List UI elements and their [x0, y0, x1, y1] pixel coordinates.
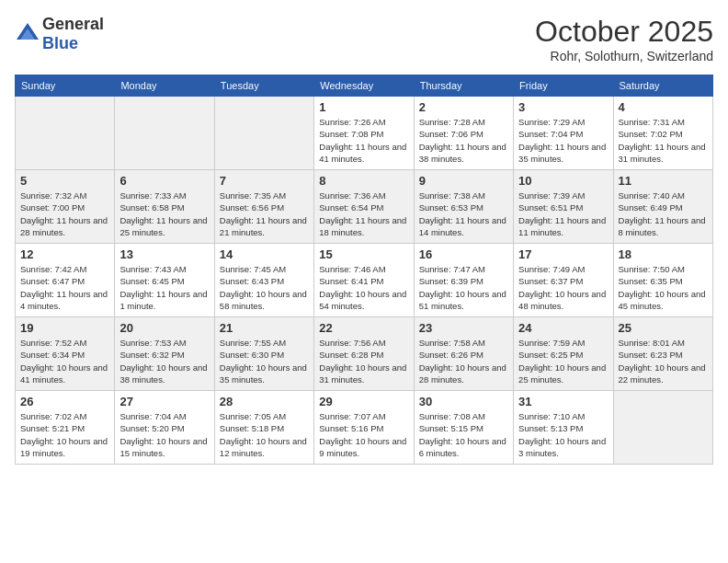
week-row-4: 19Sunrise: 7:52 AM Sunset: 6:34 PM Dayli… — [16, 317, 713, 391]
day-info: Sunrise: 7:42 AM Sunset: 6:47 PM Dayligh… — [20, 263, 109, 312]
week-row-1: 1Sunrise: 7:26 AM Sunset: 7:08 PM Daylig… — [16, 97, 713, 170]
location-text: Rohr, Solothurn, Switzerland — [535, 49, 713, 63]
day-number: 8 — [319, 174, 408, 188]
day-number: 28 — [220, 395, 309, 408]
day-number: 27 — [119, 395, 209, 408]
day-number: 4 — [619, 100, 708, 114]
calendar-cell: 29Sunrise: 7:07 AM Sunset: 5:16 PM Dayli… — [314, 391, 414, 465]
calendar-cell: 25Sunrise: 8:01 AM Sunset: 6:23 PM Dayli… — [613, 317, 712, 391]
title-block: October 2025 Rohr, Solothurn, Switzerlan… — [535, 15, 713, 63]
day-info: Sunrise: 7:55 AM Sunset: 6:30 PM Dayligh… — [220, 337, 309, 385]
day-header-sunday: Sunday — [16, 75, 115, 97]
day-number: 21 — [220, 321, 309, 335]
calendar-cell: 27Sunrise: 7:04 AM Sunset: 5:20 PM Dayli… — [115, 391, 214, 465]
day-info: Sunrise: 7:29 AM Sunset: 7:04 PM Dayligh… — [518, 116, 608, 165]
calendar-cell: 31Sunrise: 7:10 AM Sunset: 5:13 PM Dayli… — [514, 391, 613, 465]
calendar-cell: 18Sunrise: 7:50 AM Sunset: 6:35 PM Dayli… — [613, 244, 712, 317]
day-info: Sunrise: 7:36 AM Sunset: 6:54 PM Dayligh… — [319, 190, 408, 238]
calendar-cell: 26Sunrise: 7:02 AM Sunset: 5:21 PM Dayli… — [16, 391, 115, 465]
calendar-cell — [16, 97, 115, 170]
calendar-cell — [613, 391, 712, 465]
day-number: 13 — [119, 247, 209, 261]
calendar-cell: 30Sunrise: 7:08 AM Sunset: 5:15 PM Dayli… — [414, 391, 513, 465]
logo: General Blue — [15, 15, 104, 53]
day-info: Sunrise: 7:45 AM Sunset: 6:43 PM Dayligh… — [220, 263, 309, 312]
day-number: 7 — [220, 174, 309, 188]
calendar-cell: 12Sunrise: 7:42 AM Sunset: 6:47 PM Dayli… — [16, 244, 115, 317]
day-info: Sunrise: 7:53 AM Sunset: 6:32 PM Dayligh… — [119, 337, 209, 385]
day-number: 12 — [20, 247, 109, 261]
calendar-cell: 19Sunrise: 7:52 AM Sunset: 6:34 PM Dayli… — [16, 317, 115, 391]
day-info: Sunrise: 7:50 AM Sunset: 6:35 PM Dayligh… — [619, 263, 708, 312]
logo-general-text: General — [42, 15, 104, 33]
day-info: Sunrise: 7:08 AM Sunset: 5:15 PM Dayligh… — [419, 410, 508, 459]
day-info: Sunrise: 7:07 AM Sunset: 5:16 PM Dayligh… — [319, 410, 408, 459]
calendar-table: SundayMondayTuesdayWednesdayThursdayFrid… — [15, 75, 713, 465]
day-info: Sunrise: 7:10 AM Sunset: 5:13 PM Dayligh… — [518, 410, 608, 459]
day-info: Sunrise: 7:02 AM Sunset: 5:21 PM Dayligh… — [20, 410, 109, 459]
day-number: 5 — [20, 174, 109, 188]
calendar-cell: 9Sunrise: 7:38 AM Sunset: 6:53 PM Daylig… — [414, 170, 513, 244]
calendar-cell: 13Sunrise: 7:43 AM Sunset: 6:45 PM Dayli… — [115, 244, 214, 317]
day-number: 14 — [220, 247, 309, 261]
calendar-cell: 21Sunrise: 7:55 AM Sunset: 6:30 PM Dayli… — [214, 317, 313, 391]
day-info: Sunrise: 7:05 AM Sunset: 5:18 PM Dayligh… — [220, 410, 309, 459]
day-number: 25 — [619, 321, 708, 335]
day-info: Sunrise: 7:35 AM Sunset: 6:56 PM Dayligh… — [220, 190, 309, 238]
calendar-cell: 3Sunrise: 7:29 AM Sunset: 7:04 PM Daylig… — [514, 97, 613, 170]
day-number: 10 — [518, 174, 608, 188]
day-number: 22 — [319, 321, 408, 335]
day-info: Sunrise: 7:28 AM Sunset: 7:06 PM Dayligh… — [419, 116, 508, 165]
day-info: Sunrise: 7:26 AM Sunset: 7:08 PM Dayligh… — [319, 116, 408, 165]
day-info: Sunrise: 7:38 AM Sunset: 6:53 PM Dayligh… — [419, 190, 508, 238]
day-info: Sunrise: 7:40 AM Sunset: 6:49 PM Dayligh… — [619, 190, 708, 238]
day-number: 29 — [319, 395, 408, 408]
calendar-cell: 10Sunrise: 7:39 AM Sunset: 6:51 PM Dayli… — [514, 170, 613, 244]
day-info: Sunrise: 7:59 AM Sunset: 6:25 PM Dayligh… — [518, 337, 608, 385]
calendar-cell: 7Sunrise: 7:35 AM Sunset: 6:56 PM Daylig… — [214, 170, 313, 244]
calendar-cell — [115, 97, 214, 170]
calendar-cell: 14Sunrise: 7:45 AM Sunset: 6:43 PM Dayli… — [214, 244, 313, 317]
day-header-friday: Friday — [514, 75, 613, 97]
day-header-thursday: Thursday — [414, 75, 513, 97]
days-header-row: SundayMondayTuesdayWednesdayThursdayFrid… — [16, 75, 713, 97]
day-info: Sunrise: 7:31 AM Sunset: 7:02 PM Dayligh… — [619, 116, 708, 165]
day-number: 16 — [419, 247, 508, 261]
calendar-cell: 1Sunrise: 7:26 AM Sunset: 7:08 PM Daylig… — [314, 97, 414, 170]
calendar-cell: 20Sunrise: 7:53 AM Sunset: 6:32 PM Dayli… — [115, 317, 214, 391]
day-number: 15 — [319, 247, 408, 261]
calendar-cell: 8Sunrise: 7:36 AM Sunset: 6:54 PM Daylig… — [314, 170, 414, 244]
day-info: Sunrise: 7:04 AM Sunset: 5:20 PM Dayligh… — [119, 410, 209, 459]
day-header-saturday: Saturday — [613, 75, 712, 97]
logo-icon — [15, 21, 40, 47]
day-number: 26 — [20, 395, 109, 408]
logo-blue-text: Blue — [42, 34, 78, 52]
day-number: 18 — [619, 247, 708, 261]
day-info: Sunrise: 7:32 AM Sunset: 7:00 PM Dayligh… — [20, 190, 109, 238]
month-title: October 2025 — [535, 15, 713, 49]
day-number: 20 — [119, 321, 209, 335]
day-info: Sunrise: 7:46 AM Sunset: 6:41 PM Dayligh… — [319, 263, 408, 312]
day-info: Sunrise: 7:49 AM Sunset: 6:37 PM Dayligh… — [518, 263, 608, 312]
day-info: Sunrise: 7:39 AM Sunset: 6:51 PM Dayligh… — [518, 190, 608, 238]
day-number: 17 — [518, 247, 608, 261]
week-row-5: 26Sunrise: 7:02 AM Sunset: 5:21 PM Dayli… — [16, 391, 713, 465]
day-header-wednesday: Wednesday — [314, 75, 414, 97]
day-number: 1 — [319, 100, 408, 114]
day-number: 11 — [619, 174, 708, 188]
day-info: Sunrise: 7:47 AM Sunset: 6:39 PM Dayligh… — [419, 263, 508, 312]
day-info: Sunrise: 7:43 AM Sunset: 6:45 PM Dayligh… — [119, 263, 209, 312]
day-number: 2 — [419, 100, 508, 114]
day-number: 6 — [119, 174, 209, 188]
day-number: 31 — [518, 395, 608, 408]
day-number: 9 — [419, 174, 508, 188]
calendar-cell: 4Sunrise: 7:31 AM Sunset: 7:02 PM Daylig… — [613, 97, 712, 170]
page-header: General Blue October 2025 Rohr, Solothur… — [15, 15, 713, 63]
calendar-cell: 11Sunrise: 7:40 AM Sunset: 6:49 PM Dayli… — [613, 170, 712, 244]
calendar-cell: 2Sunrise: 7:28 AM Sunset: 7:06 PM Daylig… — [414, 97, 513, 170]
calendar-cell: 24Sunrise: 7:59 AM Sunset: 6:25 PM Dayli… — [514, 317, 613, 391]
day-info: Sunrise: 7:56 AM Sunset: 6:28 PM Dayligh… — [319, 337, 408, 385]
day-number: 24 — [518, 321, 608, 335]
calendar-cell — [214, 97, 313, 170]
calendar-cell: 5Sunrise: 7:32 AM Sunset: 7:00 PM Daylig… — [16, 170, 115, 244]
